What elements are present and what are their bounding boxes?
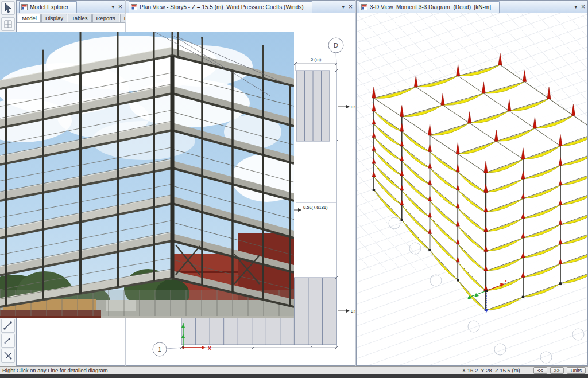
model-explorer-title-tab[interactable]: Model Explorer (19, 1, 77, 13)
plan-view-title-tab[interactable]: Plan View - Story5 - Z = 15.5 (m) Wind P… (129, 1, 312, 13)
dimension-label: 5 (m) (311, 57, 322, 62)
view-3d-title: 3-D View Moment 3-3 Diagram (Dead) [kN-m… (370, 4, 491, 10)
model-explorer-tabs: Model Display Tables Reports Detailing (17, 13, 125, 23)
window-bottom-edge (0, 374, 588, 378)
units-forward-button[interactable]: >> (550, 367, 564, 374)
annotation-bottom: 0.5L (351, 309, 355, 314)
delete-frame-tool-button[interactable] (1, 349, 15, 363)
grid-tool-button[interactable] (1, 17, 15, 31)
draw-frame-tool-button[interactable] (1, 319, 15, 333)
annotation-middle: 0.5L(7.6181) (303, 205, 328, 210)
status-message: Right Click on any Line for detailed dia… (2, 367, 108, 373)
coordinates-display: X 16.2 Y 28 Z 15.5 (m) (462, 367, 520, 373)
view3d-x-axis-label: x (505, 279, 507, 283)
pointer-icon (3, 3, 13, 13)
window-icon (131, 4, 137, 10)
plan-x-axis-label: X (208, 345, 211, 351)
grid-bubble-d-label: D (334, 42, 338, 49)
delete-frame-icon (3, 350, 13, 361)
tab-reports[interactable]: Reports (92, 14, 119, 22)
units-button[interactable]: Units (567, 367, 586, 374)
construction-photo-image (0, 32, 294, 318)
units-back-button[interactable]: << (533, 367, 547, 374)
grid-bubble-1-label: 1 (158, 346, 161, 353)
building-frame-moment-diagram (372, 53, 587, 311)
plan-view-titlebar: Plan View - Story5 - Z = 15.5 (m) Wind P… (126, 1, 355, 13)
draw-frame-icon (3, 321, 13, 331)
chevron-down-icon[interactable]: ▾ (111, 4, 114, 10)
draw-quick-icon (3, 336, 13, 346)
tab-display[interactable]: Display (41, 14, 67, 22)
view-3d-canvas[interactable]: x (357, 13, 587, 365)
pointer-tool-button[interactable] (1, 1, 15, 15)
model-explorer-title: Model Explorer (30, 4, 68, 10)
close-icon[interactable]: × (118, 4, 122, 10)
close-icon[interactable]: × (581, 4, 585, 10)
view-3d-window: 3-D View Moment 3-3 Diagram (Dead) [kN-m… (356, 0, 588, 366)
moment-diagram-3d: x (357, 13, 587, 365)
window-icon (361, 4, 368, 10)
annotation-top: 0.5L (351, 104, 355, 110)
grid-icon (3, 20, 13, 29)
model-explorer-titlebar: Model Explorer ▾ × (17, 1, 125, 13)
tab-model[interactable]: Model (18, 14, 41, 22)
tab-tables[interactable]: Tables (68, 14, 91, 22)
plan-view-title: Plan View - Story5 - Z = 15.5 (m) Wind P… (140, 4, 304, 10)
view-3d-titlebar: 3-D View Moment 3-3 Diagram (Dead) [kN-m… (357, 1, 587, 13)
chevron-down-icon[interactable]: ▾ (574, 4, 577, 10)
draw-quick-tool-button[interactable] (1, 334, 15, 348)
close-icon[interactable]: × (349, 4, 353, 10)
chevron-down-icon[interactable]: ▾ (342, 4, 345, 10)
status-bar: Right Click on any Line for detailed dia… (0, 366, 588, 374)
window-icon (21, 4, 28, 10)
construction-photo (0, 32, 294, 318)
etabs-application: Model Explorer ▾ × Model Display Tables … (0, 0, 588, 378)
view-3d-title-tab[interactable]: 3-D View Moment 3-3 Diagram (Dead) [kN-m… (359, 1, 500, 13)
